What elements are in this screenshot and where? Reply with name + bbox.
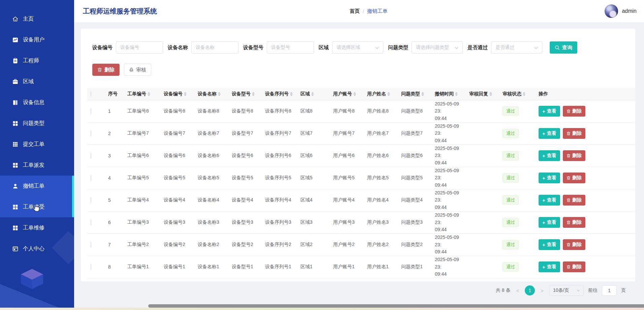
view-button[interactable]: +查看 <box>539 217 560 228</box>
cell-username: 用户姓名4 <box>364 189 398 211</box>
row-checkbox[interactable] <box>91 219 91 225</box>
view-button[interactable]: +查看 <box>539 195 560 206</box>
column-header-4[interactable]: 设备名称 <box>194 88 228 100</box>
column-header-6[interactable]: 设备序列号 <box>262 88 297 100</box>
sort-icons[interactable] <box>523 92 525 96</box>
row-checkbox[interactable] <box>91 197 91 203</box>
cell-device_no: 设备编号8 <box>160 100 194 122</box>
avatar[interactable] <box>605 4 618 18</box>
column-label: 设备序列号 <box>265 91 289 97</box>
chevron-down-icon <box>455 44 458 51</box>
view-button[interactable]: +查看 <box>539 128 560 139</box>
filter-select-6[interactable]: 是否通过 <box>491 41 542 54</box>
select-all-checkbox[interactable] <box>91 91 91 97</box>
row-delete-button[interactable]: 删除 <box>563 150 585 161</box>
sort-icons[interactable] <box>455 92 458 96</box>
page-1-button[interactable]: 1 <box>525 285 535 296</box>
sort-icons[interactable] <box>311 92 314 96</box>
row-delete-button[interactable]: 删除 <box>563 261 585 272</box>
username: admin <box>622 8 637 14</box>
column-header-7[interactable]: 区域 <box>297 88 330 100</box>
sidebar-scrollbar[interactable] <box>72 176 74 217</box>
column-header-9[interactable]: 用户姓名 <box>364 88 398 100</box>
filter-label: 区域 <box>319 44 329 51</box>
delete-selected-button[interactable]: 删除 <box>92 64 120 76</box>
row-delete-button[interactable]: 删除 <box>563 239 585 250</box>
cell-username: 用户姓名5 <box>364 167 398 189</box>
horizontal-scrollbar-thumb[interactable] <box>148 304 644 308</box>
sort-icons[interactable] <box>218 92 221 96</box>
next-page-button[interactable]: > <box>539 288 545 293</box>
goto-page-input[interactable] <box>602 285 617 296</box>
breadcrumb-home[interactable]: 首页 <box>350 8 360 14</box>
filter-input-3[interactable]: 设备型号 <box>267 41 314 54</box>
search-button[interactable]: 查询 <box>550 41 577 54</box>
row-delete-button[interactable]: 删除 <box>563 128 585 139</box>
filter-input-1[interactable]: 设备编号 <box>116 41 163 54</box>
view-button[interactable]: +查看 <box>539 239 560 250</box>
audit-button[interactable]: 审核 <box>124 64 151 76</box>
row-delete-button[interactable]: 删除 <box>563 217 585 228</box>
cell-audit_reply <box>466 100 499 122</box>
page-size-select[interactable]: 10条/页 <box>549 285 584 296</box>
sort-icons[interactable] <box>387 92 390 96</box>
sort-icons[interactable] <box>148 92 150 96</box>
sidebar-item-1[interactable]: 主页 <box>0 8 74 29</box>
revoke-time: 2025-05-09 23:09:44 <box>435 167 466 189</box>
sort-icons[interactable] <box>290 92 293 96</box>
content-area: 设备编号设备编号设备名称设备名称设备型号设备型号区域请选择区域问题类型请选择问题… <box>74 22 644 308</box>
sidebar-item-9[interactable]: 撤销工单 <box>0 176 74 196</box>
cell-order_no: 工单编号2 <box>124 234 160 256</box>
sort-icons[interactable] <box>184 92 187 96</box>
table-header-row: 序号工单编号设备编号设备名称设备型号设备序列号区域用户账号用户姓名问题类型撤销时… <box>87 88 635 100</box>
status-badge: 通过 <box>503 106 519 116</box>
column-header-11[interactable]: 撤销时间 <box>431 88 466 100</box>
sidebar-item-label: 个人中心 <box>23 245 44 252</box>
row-checkbox[interactable] <box>91 108 91 114</box>
sidebar-item-12[interactable]: 个人中心 <box>0 238 74 259</box>
cell-device_serial: 设备序列号5 <box>262 167 297 189</box>
sidebar-item-11[interactable]: 工单维修 <box>0 217 74 238</box>
sidebar-item-7[interactable]: 提交工单 <box>0 134 74 155</box>
row-checkbox[interactable] <box>91 153 91 159</box>
column-header-8[interactable]: 用户账号 <box>330 88 364 100</box>
sidebar-item-5[interactable]: 设备信息 <box>0 92 74 113</box>
view-button[interactable]: +查看 <box>539 173 560 183</box>
filter-select-4[interactable]: 请选择区域 <box>332 41 383 54</box>
column-header-2[interactable]: 工单编号 <box>124 88 160 100</box>
sidebar-item-2[interactable]: 设备用户 <box>0 29 74 50</box>
user-menu[interactable]: admin <box>605 0 637 22</box>
row-checkbox[interactable] <box>91 175 91 181</box>
view-button[interactable]: +查看 <box>539 261 560 272</box>
column-header-3[interactable]: 设备编号 <box>160 88 194 100</box>
row-delete-button[interactable]: 删除 <box>563 106 585 117</box>
sidebar-item-4[interactable]: 区域 <box>0 71 74 92</box>
audit-label: 审核 <box>136 67 146 73</box>
sidebar-item-8[interactable]: 工单派发 <box>0 155 74 176</box>
cell-device_model: 设备型号2 <box>228 234 262 256</box>
row-checkbox[interactable] <box>91 264 91 270</box>
row-delete-button[interactable]: 删除 <box>563 173 585 183</box>
sidebar-item-6[interactable]: 问题类型 <box>0 113 74 134</box>
row-checkbox[interactable] <box>91 242 91 248</box>
sort-icons[interactable] <box>252 92 255 96</box>
column-header-10[interactable]: 问题类型 <box>398 88 431 100</box>
sort-icons[interactable] <box>421 92 424 96</box>
view-button[interactable]: +查看 <box>539 106 560 117</box>
cell-device_model: 设备型号3 <box>228 211 262 234</box>
row-actions: +查看删除 <box>539 150 635 161</box>
row-delete-button[interactable]: 删除 <box>563 195 585 206</box>
column-header-13[interactable]: 审核状态 <box>499 88 535 100</box>
filter-select-5[interactable]: 请选择问题类型 <box>412 41 463 54</box>
view-button[interactable]: +查看 <box>539 150 560 161</box>
row-checkbox[interactable] <box>91 130 91 136</box>
sort-icons[interactable] <box>353 92 356 96</box>
breadcrumb-separator: / <box>363 8 364 14</box>
column-header-5[interactable]: 设备型号 <box>228 88 262 100</box>
filter-input-2[interactable]: 设备名称 <box>191 41 238 54</box>
sort-icons[interactable] <box>489 92 492 96</box>
sidebar-item-3[interactable]: 工程师 <box>0 50 74 71</box>
column-header-12[interactable]: 审核回复 <box>466 88 499 100</box>
prev-page-button[interactable]: < <box>515 288 520 293</box>
horizontal-scrollbar[interactable] <box>148 304 644 308</box>
